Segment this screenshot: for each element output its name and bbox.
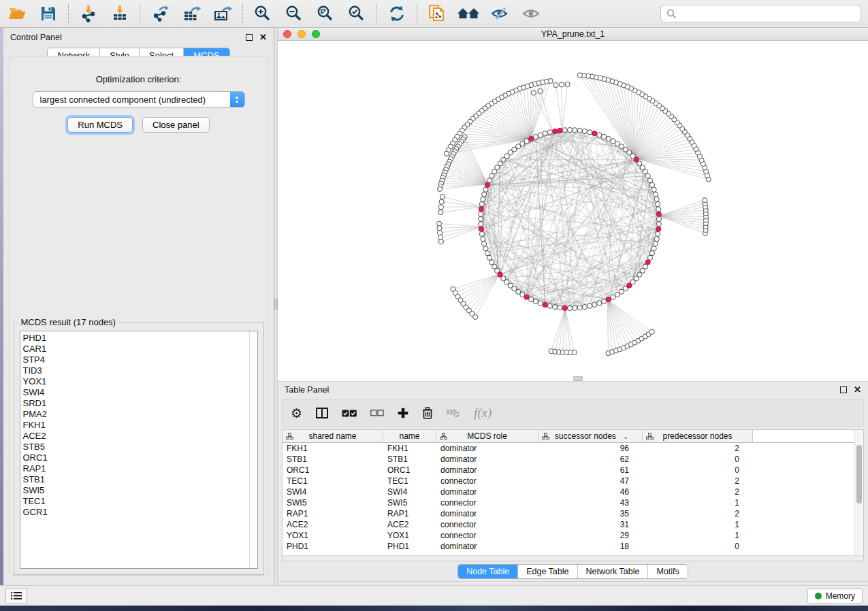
graph-node[interactable] <box>654 237 659 242</box>
table-row[interactable]: ORC1ORC1dominator610 <box>283 465 854 476</box>
graph-node[interactable] <box>652 187 656 192</box>
mcds-result-item[interactable]: TID3 <box>23 365 249 376</box>
graph-node[interactable] <box>438 210 443 215</box>
open-file-button[interactable] <box>7 3 27 24</box>
deselect-all-rows-button[interactable] <box>370 410 384 416</box>
graph-node[interactable] <box>649 182 654 187</box>
graph-node[interactable] <box>553 305 558 310</box>
graph-node[interactable] <box>649 251 654 256</box>
import-network-button[interactable] <box>78 3 99 24</box>
mcds-result-item[interactable]: STB5 <box>23 442 249 452</box>
graph-node[interactable] <box>437 186 442 191</box>
graph-node[interactable] <box>438 205 443 210</box>
float-panel-icon[interactable] <box>840 386 847 393</box>
graph-node[interactable] <box>437 221 442 226</box>
clone-network-button[interactable] <box>427 3 447 24</box>
graph-node[interactable] <box>524 295 529 299</box>
graph-node[interactable] <box>567 127 572 132</box>
column-header-successor-nodes[interactable]: successor nodes⌄ <box>539 430 643 442</box>
graph-node[interactable] <box>482 242 487 246</box>
memory-button[interactable]: Memory <box>807 589 863 604</box>
graph-node[interactable] <box>479 207 483 212</box>
graph-node[interactable] <box>656 212 661 216</box>
graph-node[interactable] <box>543 302 547 307</box>
table-row[interactable]: YOX1YOX1connector291 <box>283 530 854 541</box>
graph-node[interactable] <box>647 255 652 260</box>
mcds-result-item[interactable]: TEC1 <box>23 496 249 507</box>
graph-node[interactable] <box>577 73 582 78</box>
graph-node[interactable] <box>592 131 597 136</box>
table-settings-button[interactable]: ⚙ <box>291 406 302 421</box>
search-input[interactable] <box>681 9 855 19</box>
zoom-out-button[interactable] <box>284 3 304 24</box>
graph-node[interactable] <box>473 314 478 319</box>
graph-node[interactable] <box>602 134 607 139</box>
delete-column-button[interactable] <box>422 407 433 419</box>
table-row[interactable]: RAP1RAP1dominator352 <box>283 508 854 519</box>
run-mcds-button[interactable]: Run MCDS <box>67 117 133 133</box>
graph-node[interactable] <box>547 130 552 135</box>
tab-node-table[interactable]: Node Table <box>458 565 518 578</box>
mcds-result-item[interactable]: SRD1 <box>23 398 249 409</box>
network-canvas[interactable] <box>278 41 868 377</box>
graph-node[interactable] <box>577 306 582 310</box>
graph-node[interactable] <box>485 182 489 187</box>
table-row[interactable]: FKH1FKH1dominator962 <box>283 443 854 454</box>
graph-node[interactable] <box>483 187 488 192</box>
create-column-button[interactable]: ✚ <box>398 406 408 421</box>
graph-node[interactable] <box>439 199 444 204</box>
graph-node[interactable] <box>647 178 652 183</box>
column-header-predecessor-nodes[interactable]: predecessor nodes <box>643 430 753 442</box>
table-row[interactable]: TEC1TEC1connector472 <box>283 476 854 486</box>
graph-node[interactable] <box>558 306 562 310</box>
graph-node[interactable] <box>538 133 543 137</box>
mcds-result-item[interactable]: STP4 <box>23 354 249 365</box>
graph-node[interactable] <box>653 192 658 197</box>
graph-node[interactable] <box>533 299 538 303</box>
graph-node[interactable] <box>482 192 487 197</box>
graph-node[interactable] <box>649 329 654 334</box>
graph-node[interactable] <box>485 251 489 256</box>
tab-motifs[interactable]: Motifs <box>648 565 687 578</box>
mcds-result-list[interactable]: PHD1CAR1STP4TID3YOX1SWI4SRD1PMA2FKH1ACE2… <box>20 331 258 569</box>
table-row[interactable]: ACE2ACE2connector311 <box>283 519 854 530</box>
mcds-result-item[interactable]: PHD1 <box>23 333 249 344</box>
mcds-list-scrollbar[interactable] <box>249 331 257 568</box>
optimization-criterion-select[interactable]: largest connected component (undirected)… <box>33 91 245 108</box>
export-table-button[interactable] <box>181 3 202 24</box>
mcds-result-item[interactable]: FKH1 <box>23 420 249 431</box>
horizontal-splitter[interactable] <box>278 377 868 381</box>
graph-node[interactable] <box>592 302 597 307</box>
graph-node[interactable] <box>656 207 661 212</box>
graph-node[interactable] <box>559 82 564 87</box>
graph-node[interactable] <box>444 151 449 156</box>
refresh-button[interactable] <box>387 3 407 24</box>
graph-node[interactable] <box>547 303 552 308</box>
graph-node[interactable] <box>553 129 558 133</box>
graph-node[interactable] <box>481 197 485 201</box>
graph-node[interactable] <box>538 301 543 306</box>
graph-node[interactable] <box>533 134 538 139</box>
table-hscrollbar[interactable] <box>283 555 863 561</box>
graph-node[interactable] <box>597 133 602 137</box>
graph-node[interactable] <box>558 128 562 133</box>
graph-node[interactable] <box>531 90 536 95</box>
table-row[interactable]: PHD1PHD1dominator180 <box>283 541 854 552</box>
splitter-grip[interactable] <box>573 376 583 381</box>
graph-node[interactable] <box>562 128 567 133</box>
mcds-result-item[interactable]: CAR1 <box>23 344 249 354</box>
zoom-selected-button[interactable] <box>347 3 367 24</box>
first-neighbors-button[interactable] <box>458 3 479 24</box>
column-header-name[interactable]: name <box>383 430 436 442</box>
graph-node[interactable] <box>656 231 660 236</box>
graph-node[interactable] <box>588 303 592 308</box>
close-panel-icon[interactable]: ✕ <box>259 34 267 41</box>
graph-node[interactable] <box>440 194 445 199</box>
graph-node[interactable] <box>588 130 592 135</box>
graph-node[interactable] <box>656 216 661 221</box>
mcds-result-item[interactable]: SWI4 <box>23 387 249 398</box>
graph-node[interactable] <box>565 82 570 86</box>
graph-node[interactable] <box>481 237 485 242</box>
table-row[interactable]: SWI4SWI4dominator462 <box>283 486 854 497</box>
graph-node[interactable] <box>437 226 442 231</box>
